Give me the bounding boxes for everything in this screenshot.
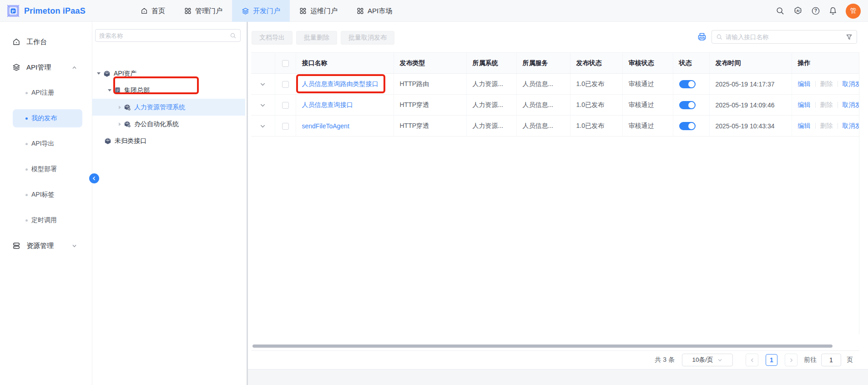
- top-navigation: 首页 管理门户 开发门户 运维门户 API市场: [131, 0, 402, 22]
- cube-icon: [104, 137, 111, 145]
- edit-link[interactable]: 编辑: [798, 101, 811, 108]
- table-body: 人员信息查询路由类型接口 HTTP路由 人力资源... 人员信息... 1.0已…: [251, 74, 859, 137]
- table-row[interactable]: 人员信息查询接口 HTTP穿透 人力资源... 人员信息... 1.0已发布 审…: [251, 95, 859, 116]
- caret-down-icon[interactable]: [108, 89, 111, 91]
- sidebar-item-workbench[interactable]: 工作台: [0, 33, 92, 51]
- cube-gear-icon: [124, 121, 131, 128]
- delete-link[interactable]: 删除: [820, 122, 833, 129]
- unpublish-link[interactable]: 取消发布: [843, 122, 860, 129]
- table-row[interactable]: sendFileToAgent HTTP穿透 人力资源... 人员信息... 1…: [251, 116, 859, 137]
- expand-cell: [251, 116, 275, 137]
- status-cell: [673, 95, 709, 116]
- search-icon: [230, 32, 237, 39]
- chevron-down-icon: [717, 358, 722, 363]
- divider: [815, 81, 816, 87]
- status-toggle[interactable]: [679, 101, 696, 109]
- doc-export-button[interactable]: 文档导出: [252, 31, 293, 45]
- delete-link[interactable]: 删除: [820, 80, 833, 87]
- help-icon[interactable]: ?: [811, 6, 820, 15]
- toggle-knob: [688, 81, 695, 87]
- row-expand-icon[interactable]: [260, 123, 266, 129]
- sidebar-item-api-export[interactable]: API导出: [13, 135, 82, 153]
- sidebar-collapse-toggle[interactable]: [89, 173, 99, 183]
- search-icon[interactable]: [776, 6, 785, 15]
- api-name-link[interactable]: sendFileToAgent: [302, 122, 349, 130]
- row-expand-icon[interactable]: [260, 102, 266, 108]
- unpublish-link[interactable]: 取消发布: [843, 80, 860, 87]
- nav-admin-portal[interactable]: 管理门户: [175, 0, 232, 22]
- edit-link[interactable]: 编辑: [798, 122, 811, 129]
- prev-page-button[interactable]: [746, 354, 758, 366]
- service-cell: 人员信息...: [516, 95, 570, 116]
- select-all-checkbox[interactable]: [282, 60, 289, 67]
- select-all-header: [275, 53, 296, 74]
- goto-page-input[interactable]: [821, 354, 841, 366]
- bullet-icon: [25, 168, 28, 171]
- sidebar-item-my-publish[interactable]: 我的发布: [13, 109, 82, 127]
- sidebar-item-api-register[interactable]: API注册: [13, 84, 82, 102]
- tree-node-group-hq[interactable]: 集团总部: [92, 82, 245, 99]
- app-logo[interactable]: P Primeton iPaaS: [6, 0, 86, 22]
- nav-api-market[interactable]: API市场: [347, 0, 402, 22]
- actions-cell: 编辑删除取消发布: [792, 95, 859, 116]
- grid-icon: [357, 7, 364, 15]
- nav-dev-portal[interactable]: 开发门户: [232, 0, 290, 22]
- sidebar-item-label: API注册: [31, 89, 55, 97]
- api-name-link[interactable]: 人员信息查询接口: [302, 101, 353, 108]
- batch-unpublish-button[interactable]: 批量取消发布: [341, 31, 394, 45]
- batch-delete-button[interactable]: 批量删除: [296, 31, 337, 45]
- name-cell: sendFileToAgent: [296, 116, 394, 137]
- sidebar-item-api-tags[interactable]: API标签: [13, 186, 82, 204]
- caret-right-icon[interactable]: [119, 106, 121, 109]
- row-checkbox[interactable]: [282, 123, 289, 130]
- unpublish-link[interactable]: 取消发布: [843, 101, 860, 108]
- sidebar-item-label: 我的发布: [31, 114, 57, 122]
- sidebar-group-api-management[interactable]: API管理: [0, 58, 92, 76]
- api-asset-tree-panel: API资产 集团总部 人力资源管理系统 办公自动化系统 未归类接口: [92, 22, 248, 385]
- sidebar-item-label: 模型部署: [31, 165, 57, 173]
- caret-down-icon[interactable]: [97, 72, 101, 75]
- status-toggle[interactable]: [679, 80, 696, 88]
- ai-assistant-icon[interactable]: AI: [793, 6, 803, 16]
- table-row[interactable]: 人员信息查询路由类型接口 HTTP路由 人力资源... 人员信息... 1.0已…: [251, 74, 859, 95]
- horizontal-scrollbar[interactable]: [252, 344, 833, 348]
- tree-search-input[interactable]: [99, 32, 230, 39]
- document-icon: [114, 87, 121, 94]
- tree-node-unclassified[interactable]: 未归类接口: [92, 132, 245, 149]
- current-page-button[interactable]: 1: [766, 354, 777, 366]
- status-cell: [673, 116, 709, 137]
- delete-link[interactable]: 删除: [820, 101, 833, 108]
- tree-node-oa-system[interactable]: 办公自动化系统: [92, 116, 245, 132]
- nav-home[interactable]: 首页: [131, 0, 175, 22]
- publish-time-cell: 2025-05-19 14:09:46: [709, 95, 792, 116]
- svg-text:AI: AI: [797, 9, 800, 12]
- tree-node-api-assets[interactable]: API资产: [92, 65, 245, 82]
- row-expand-icon[interactable]: [260, 81, 266, 87]
- api-name-link[interactable]: 人员信息查询路由类型接口: [302, 80, 378, 87]
- filter-funnel-icon[interactable]: [846, 34, 853, 41]
- next-page-button[interactable]: [785, 354, 797, 366]
- nav-ops-portal[interactable]: 运维门户: [290, 0, 347, 22]
- export-printer-icon[interactable]: [697, 32, 707, 41]
- actions-cell: 编辑删除取消发布: [792, 116, 859, 137]
- tree-search-box[interactable]: [95, 29, 241, 42]
- page-size-select[interactable]: 10条/页: [682, 354, 733, 366]
- tree-node-label: API资产: [114, 70, 137, 78]
- row-checkbox[interactable]: [282, 102, 289, 109]
- edit-link[interactable]: 编辑: [798, 80, 811, 87]
- sidebar-item-model-deploy[interactable]: 模型部署: [13, 160, 82, 178]
- sidebar-item-scheduled-call[interactable]: 定时调用: [13, 211, 82, 229]
- row-checkbox[interactable]: [282, 81, 289, 88]
- interface-search-input[interactable]: [726, 34, 846, 41]
- sidebar-group-resource-management[interactable]: 资源管理: [0, 237, 92, 255]
- svg-text:P: P: [12, 9, 15, 14]
- caret-right-icon[interactable]: [119, 122, 121, 126]
- tree-node-hr-system[interactable]: 人力资源管理系统: [92, 99, 245, 116]
- service-cell: 人员信息...: [516, 74, 570, 95]
- interface-search-box[interactable]: [712, 30, 857, 44]
- user-avatar[interactable]: 管: [846, 4, 861, 19]
- tree-node-label: 集团总部: [124, 86, 150, 95]
- notification-bell-icon[interactable]: [828, 6, 838, 15]
- status-toggle[interactable]: [679, 122, 696, 130]
- status-cell: [673, 74, 709, 95]
